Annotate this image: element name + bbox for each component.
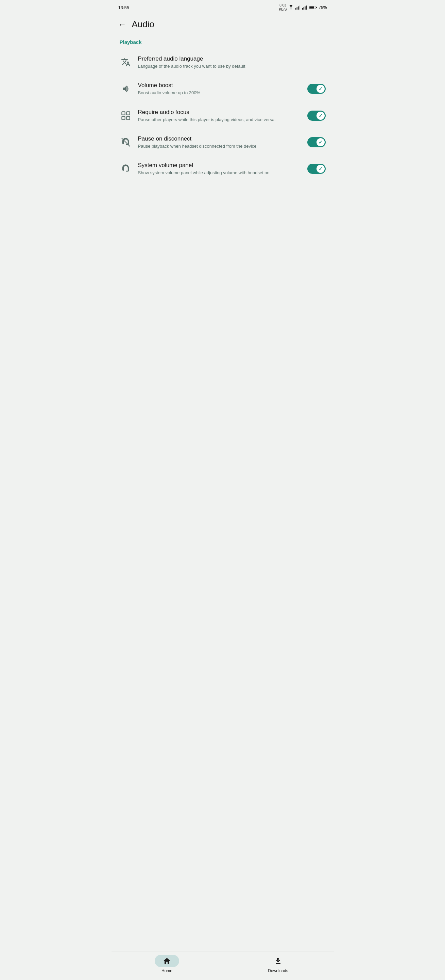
battery-percent: 78% <box>318 5 327 10</box>
signal-icon-2 <box>302 5 308 10</box>
svg-rect-11 <box>310 6 314 8</box>
toggle-require-audio-focus[interactable]: ✓ <box>307 111 326 121</box>
settings-list: Preferred audio language Language of the… <box>111 49 334 182</box>
headset-off-icon <box>120 136 132 148</box>
setting-content-preferred-audio-language: Preferred audio language Language of the… <box>138 55 326 69</box>
svg-rect-3 <box>298 6 299 10</box>
svg-rect-4 <box>299 5 300 10</box>
status-time: 13:55 <box>118 5 130 10</box>
setting-title: Require audio focus <box>138 108 301 116</box>
toggle-knob: ✓ <box>317 165 325 173</box>
translate-icon <box>120 56 132 68</box>
svg-rect-5 <box>302 8 303 10</box>
setting-title: Preferred audio language <box>138 55 326 63</box>
signal-icon-1 <box>295 5 301 10</box>
wifi-icon <box>288 5 294 10</box>
toggle-system-volume-panel[interactable]: ✓ <box>307 164 326 174</box>
setting-content-require-audio-focus: Require audio focus Pause other players … <box>138 108 301 123</box>
svg-rect-10 <box>316 7 317 8</box>
setting-item-system-volume-panel[interactable]: System volume panel Show system volume p… <box>116 156 330 182</box>
setting-title: Pause on disconnect <box>138 135 301 143</box>
back-button[interactable]: ← <box>118 20 127 29</box>
toggle-knob: ✓ <box>317 85 325 93</box>
setting-item-pause-on-disconnect[interactable]: Pause on disconnect Pause playback when … <box>116 129 330 156</box>
setting-subtitle: Show system volume panel while adjusting… <box>138 170 301 176</box>
toggle-knob: ✓ <box>317 138 325 146</box>
focus-icon <box>120 110 132 122</box>
headphones-icon <box>120 163 132 175</box>
svg-rect-1 <box>295 8 296 10</box>
setting-subtitle: Pause playback when headset disconnected… <box>138 143 301 150</box>
setting-content-volume-boost: Volume boost Boost audio volume up to 20… <box>138 82 301 96</box>
status-bar: 13:55 0.03KB/S 78% <box>111 0 334 14</box>
svg-rect-6 <box>304 7 304 10</box>
setting-item-preferred-audio-language[interactable]: Preferred audio language Language of the… <box>116 49 330 76</box>
setting-item-volume-boost[interactable]: Volume boost Boost audio volume up to 20… <box>116 76 330 102</box>
setting-subtitle: Language of the audio track you want to … <box>138 63 326 69</box>
toggle-volume-boost[interactable]: ✓ <box>307 84 326 94</box>
toggle-check-icon: ✓ <box>318 140 323 145</box>
svg-rect-7 <box>305 6 306 10</box>
toggle-knob: ✓ <box>317 111 325 120</box>
svg-rect-8 <box>306 5 307 10</box>
setting-content-pause-on-disconnect: Pause on disconnect Pause playback when … <box>138 135 301 150</box>
toggle-pause-on-disconnect[interactable]: ✓ <box>307 137 326 147</box>
section-label-playback: Playback <box>111 37 334 49</box>
toggle-check-icon: ✓ <box>318 86 323 92</box>
header: ← Audio <box>111 14 334 37</box>
setting-title: System volume panel <box>138 162 301 169</box>
svg-point-0 <box>291 9 291 10</box>
data-speed: 0.03KB/S <box>279 3 287 11</box>
battery-icon <box>309 5 317 10</box>
setting-subtitle: Boost audio volume up to 200% <box>138 90 301 96</box>
setting-subtitle: Pause other players while this player is… <box>138 117 301 123</box>
toggle-check-icon: ✓ <box>318 166 323 172</box>
toggle-check-icon: ✓ <box>318 113 323 118</box>
setting-item-require-audio-focus[interactable]: Require audio focus Pause other players … <box>116 102 330 129</box>
setting-title: Volume boost <box>138 82 301 89</box>
setting-content-system-volume-panel: System volume panel Show system volume p… <box>138 162 301 176</box>
page-title: Audio <box>132 19 155 30</box>
svg-rect-2 <box>297 7 298 10</box>
volume-icon <box>120 83 132 95</box>
status-icons: 0.03KB/S 78% <box>279 3 327 11</box>
